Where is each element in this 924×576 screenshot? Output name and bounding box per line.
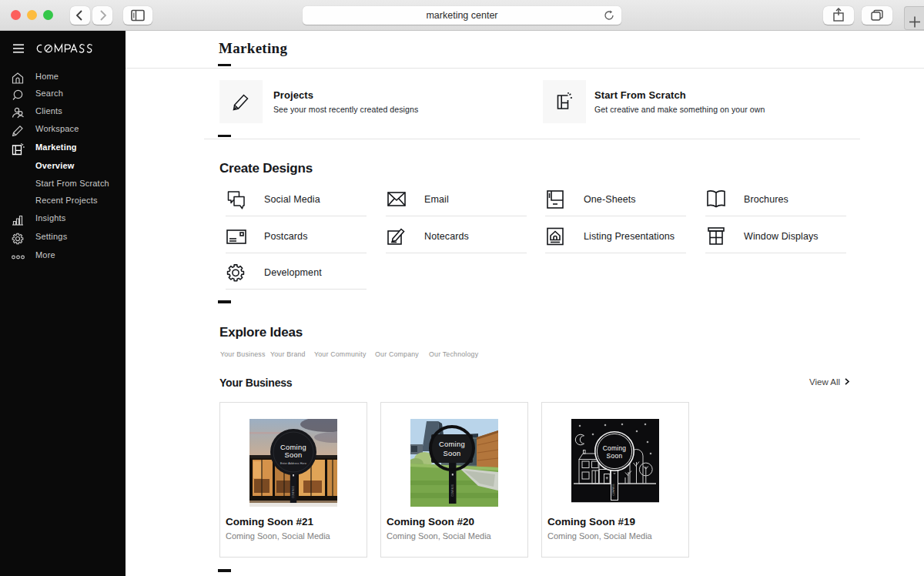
svg-text:COMPASS: COMPASS: [612, 484, 615, 496]
svg-text:Soon: Soon: [607, 452, 623, 460]
svg-text:COMPASS: COMPASS: [292, 486, 295, 498]
svg-text:Soon: Soon: [285, 451, 303, 459]
svg-text:COMPASS: COMPASS: [451, 484, 454, 497]
svg-text:Coming: Coming: [439, 440, 465, 448]
svg-text:Coming: Coming: [603, 444, 627, 452]
svg-text:Enter Address Here: Enter Address Here: [280, 462, 306, 465]
svg-text:Coming: Coming: [280, 444, 306, 451]
svg-text:Soon: Soon: [444, 450, 461, 457]
